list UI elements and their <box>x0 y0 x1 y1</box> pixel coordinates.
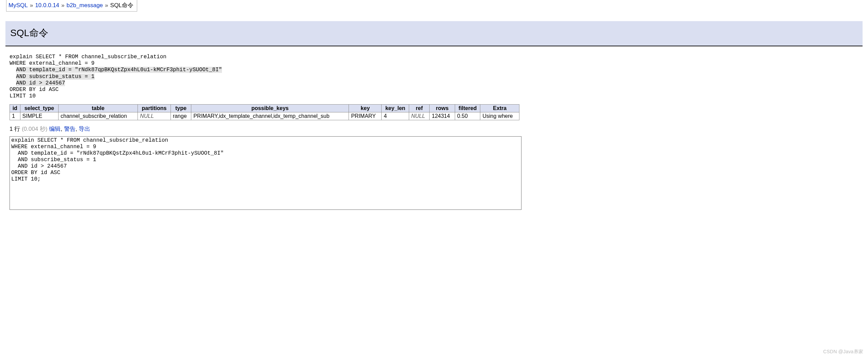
sql-display-block: explain SELECT * FROM channel_subscribe_… <box>10 54 861 99</box>
col-partitions: partitions <box>138 105 171 112</box>
table-row: 1 SIMPLE channel_subscribe_relation NULL… <box>10 112 519 120</box>
sql-indent <box>10 67 16 73</box>
sql-cond: AND id > 244567 <box>16 80 65 86</box>
sql-text: ORDER BY id ASC <box>10 87 59 93</box>
edit-link[interactable]: 编辑 <box>49 126 61 132</box>
breadcrumb-link-mysql[interactable]: MySQL <box>9 2 28 9</box>
cell-ref: NULL <box>409 112 430 120</box>
cell-table: channel_subscribe_relation <box>58 112 138 120</box>
col-extra: Extra <box>480 105 519 112</box>
cell-filtered: 0.50 <box>455 112 480 120</box>
cell-id: 1 <box>10 112 20 120</box>
col-key: key <box>349 105 382 112</box>
col-ref: ref <box>409 105 430 112</box>
cell-key: PRIMARY <box>349 112 382 120</box>
sql-kw-explain: explain <box>10 54 32 60</box>
col-select-type: select_type <box>20 105 58 112</box>
cell-extra: Using where <box>480 112 519 120</box>
breadcrumb-current: SQL命令 <box>110 1 133 9</box>
col-possible-keys: possible_keys <box>191 105 349 112</box>
sql-text: LIMIT 10 <box>10 93 36 99</box>
cell-key-len: 4 <box>382 112 409 120</box>
sql-cond: AND template_id = "rNdk87qpBKQstZpx4hL0u… <box>16 67 222 73</box>
cell-select-type: SIMPLE <box>20 112 58 120</box>
cell-rows: 124314 <box>430 112 455 120</box>
cell-type: range <box>171 112 191 120</box>
col-filtered: filtered <box>455 105 480 112</box>
comma: , <box>61 126 64 132</box>
sql-input-textarea[interactable] <box>10 136 521 210</box>
col-rows: rows <box>430 105 455 112</box>
page-title: SQL命令 <box>5 21 863 46</box>
warn-link[interactable]: 警告 <box>64 126 76 132</box>
col-id: id <box>10 105 20 112</box>
explain-result-table: id select_type table partitions type pos… <box>10 104 519 120</box>
col-key-len: key_len <box>382 105 409 112</box>
table-header-row: id select_type table partitions type pos… <box>10 105 519 112</box>
breadcrumb-link-host[interactable]: 10.0.0.14 <box>35 2 59 9</box>
cell-partitions: NULL <box>138 112 171 120</box>
breadcrumb: MySQL » 10.0.0.14 » b2b_message » SQL命令 <box>6 0 137 12</box>
comma: , <box>76 126 79 132</box>
cell-possible-keys: PRIMARY,idx_template_channel,idx_temp_ch… <box>191 112 349 120</box>
sql-indent <box>10 74 16 80</box>
col-type: type <box>171 105 191 112</box>
query-time-label: (0.004 秒) <box>20 126 49 132</box>
sql-text: SELECT * FROM channel_subscribe_relation <box>32 54 166 60</box>
breadcrumb-sep: » <box>61 2 64 9</box>
sql-text: WHERE external_channel = 9 <box>10 60 95 66</box>
rows-count-label: 1 行 <box>10 126 20 132</box>
breadcrumb-sep: » <box>105 2 108 9</box>
status-line: 1 行 (0.004 秒) 编辑, 警告, 导出 <box>10 125 861 133</box>
breadcrumb-sep: » <box>30 2 33 9</box>
sql-cond: AND subscribe_status = 1 <box>16 74 94 80</box>
col-table: table <box>58 105 138 112</box>
export-link[interactable]: 导出 <box>79 126 90 132</box>
breadcrumb-link-db[interactable]: b2b_message <box>67 2 103 9</box>
sql-indent <box>10 80 16 86</box>
